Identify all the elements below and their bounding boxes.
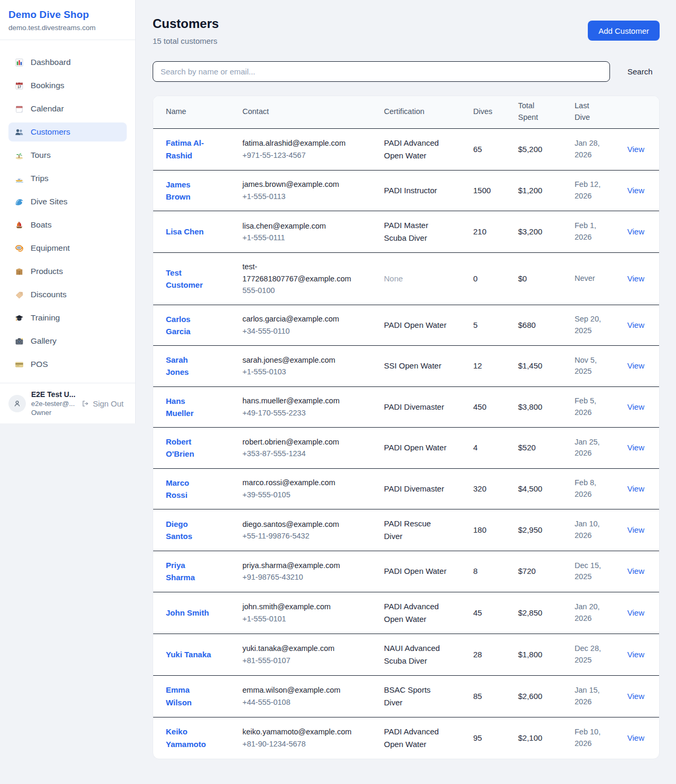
view-customer-link[interactable]: View (627, 733, 644, 742)
view-customer-link[interactable]: View (627, 227, 644, 236)
customer-total-spent: $2,850 (518, 608, 542, 617)
customer-total-spent: $0 (518, 274, 527, 283)
customer-last-dive: Dec 15, 2025 (575, 560, 606, 583)
sidebar-item-gallery[interactable]: Gallery (8, 332, 127, 351)
view-customer-link[interactable]: View (627, 186, 644, 195)
package-icon (15, 267, 24, 276)
customer-dives: 210 (473, 227, 486, 236)
customer-name-link[interactable]: Hans Mueller (166, 395, 212, 420)
view-customer-link[interactable]: View (627, 402, 644, 411)
customer-phone: +81-90-1234-5678 (242, 740, 306, 748)
sailboat-icon (15, 221, 24, 230)
island-icon (15, 151, 24, 160)
customer-name-link[interactable]: Carlos Garcia (166, 313, 212, 338)
customer-name-link[interactable]: Marco Rossi (166, 477, 212, 502)
bookings-calendar-icon: 17 (15, 81, 24, 90)
sidebar-item-products[interactable]: Products (8, 262, 127, 281)
sidebar-item-bookings[interactable]: 17Bookings (8, 76, 127, 95)
sidebar-item-trips[interactable]: Trips (8, 169, 127, 188)
customer-total-spent: $520 (518, 443, 536, 452)
sidebar-item-dashboard[interactable]: Dashboard (8, 53, 127, 72)
sidebar-item-equipment[interactable]: Equipment (8, 239, 127, 258)
people-icon (15, 128, 24, 137)
brand-block: Demo Dive Shop demo.test.divestreams.com (0, 0, 135, 40)
tag-icon (15, 290, 24, 299)
sidebar-item-pos[interactable]: POS (8, 355, 127, 374)
sidebar-item-calendar[interactable]: Calendar (8, 99, 127, 118)
package-icon (15, 267, 24, 276)
customer-last-dive: Nov 5, 2025 (575, 355, 606, 378)
customer-name-link[interactable]: Keiko Yamamoto (166, 725, 212, 750)
customer-phone: +81-555-0107 (242, 656, 290, 665)
view-customer-link[interactable]: View (627, 443, 644, 452)
customer-last-dive: Never (575, 273, 595, 285)
customer-name-link[interactable]: Diego Santos (166, 518, 212, 543)
customer-name-link[interactable]: James Brown (166, 178, 212, 203)
customer-email: test-1772681807767@example.com (242, 261, 352, 285)
sidebar-item-tours[interactable]: Tours (8, 146, 127, 165)
calendar-pad-icon (15, 105, 24, 114)
table-row: Fatima Al-Rashid fatima.alrashid@example… (153, 129, 659, 171)
view-customer-link[interactable]: View (627, 274, 644, 283)
view-customer-link[interactable]: View (627, 320, 644, 329)
customer-name-link[interactable]: Fatima Al-Rashid (166, 137, 212, 162)
sidebar-item-dive-sites[interactable]: Dive Sites (8, 192, 127, 211)
view-customer-link[interactable]: View (627, 361, 644, 370)
customer-certification: PADI Open Water (384, 319, 446, 332)
calendar-pad-icon (15, 105, 24, 114)
view-customer-link[interactable]: View (627, 650, 644, 659)
table-row: Carlos Garcia carlos.garcia@example.com … (153, 305, 659, 346)
add-customer-button[interactable]: Add Customer (588, 21, 660, 41)
table-row: Keiko Yamamoto keiko.yamamoto@example.co… (153, 717, 659, 759)
view-customer-link[interactable]: View (627, 566, 644, 575)
customer-phone: +1-555-0101 (242, 615, 286, 623)
customer-total-spent: $1,800 (518, 650, 542, 659)
person-icon (13, 399, 22, 408)
user-role: Owner (31, 409, 73, 417)
page-header-text: Customers 15 total customers (153, 16, 219, 45)
customer-certification: PADI Advanced Open Water (384, 725, 449, 751)
bar-chart-icon (15, 58, 24, 67)
customer-name-link[interactable]: Yuki Tanaka (166, 648, 211, 660)
customer-certification: PADI Divemaster (384, 483, 444, 495)
customer-email: fatima.alrashid@example.com (242, 137, 352, 149)
brand-name: Demo Dive Shop (8, 9, 127, 21)
customer-last-dive: Feb 1, 2026 (575, 220, 606, 243)
customer-name-link[interactable]: Test Customer (166, 267, 212, 291)
sidebar-item-discounts[interactable]: Discounts (8, 285, 127, 304)
search-row: Search (153, 61, 660, 82)
view-customer-link[interactable]: View (627, 484, 644, 493)
customer-dives: 320 (473, 484, 486, 493)
sailboat-icon (15, 221, 24, 230)
view-customer-link[interactable]: View (627, 608, 644, 617)
customer-total-spent: $2,600 (518, 692, 542, 701)
view-customer-link[interactable]: View (627, 525, 644, 534)
customer-phone: +1-555-0113 (242, 192, 286, 201)
customer-total-spent: $1,200 (518, 186, 542, 195)
table-row: Test Customer test-1772681807767@example… (153, 253, 659, 305)
sidebar-item-boats[interactable]: Boats (8, 215, 127, 234)
sidebar-item-customers[interactable]: Customers (8, 122, 127, 141)
customer-dives: 28 (473, 650, 482, 659)
view-customer-link[interactable]: View (627, 145, 644, 154)
customer-dives: 4 (473, 443, 477, 452)
customer-email: lisa.chen@example.com (242, 220, 352, 232)
customer-name-link[interactable]: Sarah Jones (166, 354, 212, 379)
customer-name-link[interactable]: John Smith (166, 607, 209, 619)
search-button[interactable]: Search (624, 67, 656, 77)
view-customer-link[interactable]: View (627, 692, 644, 701)
customer-name-link[interactable]: Emma Wilson (166, 684, 212, 709)
table-row: Priya Sharma priya.sharma@example.com +9… (153, 551, 659, 592)
customer-name-link[interactable]: Lisa Chen (166, 225, 204, 238)
search-input[interactable] (153, 61, 610, 82)
customer-email: sarah.jones@example.com (242, 354, 352, 366)
customer-dives: 1500 (473, 186, 491, 195)
customer-name-link[interactable]: Robert O'Brien (166, 436, 212, 460)
customer-phone: +91-98765-43210 (242, 573, 303, 581)
customer-dives: 8 (473, 566, 477, 575)
sign-out-button[interactable]: Sign Out (78, 399, 127, 409)
customers-table: Name Contact Certification Dives Total S… (153, 96, 660, 759)
sidebar-item-label: Dashboard (31, 58, 71, 67)
sidebar-item-training[interactable]: Training (8, 308, 127, 327)
customer-name-link[interactable]: Priya Sharma (166, 559, 212, 584)
